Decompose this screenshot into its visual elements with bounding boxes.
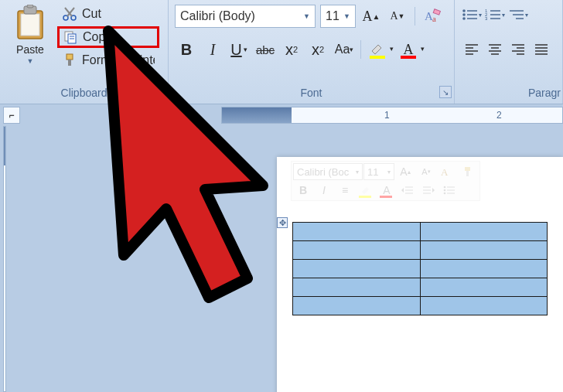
mini-font-combo[interactable]: Calibri (Boc▾ bbox=[293, 163, 363, 180]
brush-icon bbox=[62, 53, 77, 68]
vertical-ruler[interactable] bbox=[3, 126, 6, 392]
mini-toolbar: Calibri (Boc▾ 11▾ A▴ A▾ A B I ≡ A bbox=[291, 161, 480, 201]
align-center-button[interactable] bbox=[484, 39, 506, 59]
paste-button[interactable]: Paste ▼ bbox=[3, 2, 57, 80]
clear-format-button[interactable]: A a bbox=[421, 5, 443, 27]
document-area: Calibri (Boc▾ 11▾ A▴ A▾ A B I ≡ A bbox=[0, 126, 563, 392]
strikethrough-button[interactable]: abc bbox=[254, 39, 277, 60]
mini-format-painter[interactable] bbox=[458, 163, 478, 180]
font-color-button[interactable]: A ▾ bbox=[397, 39, 420, 60]
clipboard-group: Paste ▼ Cut bbox=[0, 0, 169, 104]
mini-italic[interactable]: I bbox=[314, 182, 334, 199]
subscript-button[interactable]: x2 bbox=[280, 39, 303, 60]
mini-bold[interactable]: B bbox=[293, 182, 313, 199]
svg-rect-13 bbox=[68, 60, 71, 66]
horizontal-ruler[interactable]: 1 2 bbox=[221, 107, 563, 124]
paragraph-group-label: Paragr bbox=[455, 84, 562, 102]
mini-size-combo[interactable]: 11▾ bbox=[363, 163, 394, 180]
numbering-button[interactable]: 1 2 3 ▾ bbox=[484, 5, 506, 25]
document-page[interactable]: Calibri (Boc▾ 11▾ A▴ A▾ A B I ≡ A bbox=[277, 157, 563, 392]
paste-label: Paste bbox=[16, 43, 44, 56]
font-group-label: Font bbox=[169, 84, 454, 102]
chevron-down-icon: ▼ bbox=[27, 57, 34, 65]
mini-highlight[interactable] bbox=[356, 182, 376, 199]
change-case-button[interactable]: Aa▾ bbox=[333, 39, 356, 60]
svg-text:A: A bbox=[441, 166, 449, 178]
justify-button[interactable] bbox=[531, 39, 552, 59]
font-group: Calibri (Body) ▼ 11 ▼ A▲ A▼ A a B I U▾ bbox=[169, 0, 455, 104]
format-painter-button[interactable]: Format Painter bbox=[57, 49, 159, 71]
highlight-icon bbox=[369, 42, 386, 57]
font-launcher[interactable]: ↘ bbox=[439, 86, 452, 98]
table-row bbox=[293, 223, 548, 241]
paste-icon bbox=[13, 5, 47, 42]
svg-point-59 bbox=[444, 189, 446, 192]
mini-font-color[interactable]: A bbox=[377, 182, 397, 199]
svg-point-19 bbox=[462, 13, 466, 16]
align-left-button[interactable] bbox=[461, 39, 483, 59]
table-cell[interactable] bbox=[420, 278, 548, 297]
clipboard-launcher[interactable]: ↘ bbox=[153, 86, 165, 98]
bullets-icon bbox=[462, 8, 479, 22]
svg-rect-3 bbox=[27, 5, 33, 8]
table-cell[interactable] bbox=[293, 223, 421, 241]
align-left-icon bbox=[464, 43, 479, 55]
align-right-icon bbox=[510, 43, 526, 55]
ruler-mark: 2 bbox=[496, 110, 502, 121]
table-cell[interactable] bbox=[420, 223, 548, 241]
table-move-handle[interactable]: ✥ bbox=[277, 217, 288, 228]
table-cell[interactable] bbox=[293, 297, 421, 315]
table-cell[interactable] bbox=[293, 260, 421, 278]
svg-rect-12 bbox=[67, 54, 73, 60]
underline-button[interactable]: U▾ bbox=[227, 39, 251, 60]
mini-shrink-font[interactable]: A▾ bbox=[416, 163, 436, 180]
italic-button[interactable]: I bbox=[201, 39, 224, 60]
bold-button[interactable]: B bbox=[175, 39, 198, 60]
svg-text:a: a bbox=[432, 14, 436, 23]
align-center-icon bbox=[487, 43, 503, 55]
highlight-button[interactable]: ▾ bbox=[366, 39, 389, 60]
cut-label: Cut bbox=[82, 7, 101, 21]
copy-button[interactable]: Copy bbox=[57, 26, 159, 48]
table-cell[interactable] bbox=[293, 241, 421, 260]
document-table[interactable] bbox=[292, 222, 548, 315]
svg-point-17 bbox=[462, 9, 466, 12]
mini-grow-font[interactable]: A▴ bbox=[395, 163, 415, 180]
copy-icon bbox=[63, 29, 78, 45]
scissors-icon bbox=[62, 6, 77, 22]
table-cell[interactable] bbox=[420, 297, 548, 315]
table-row bbox=[293, 278, 548, 297]
font-name-combo[interactable]: Calibri (Body) ▼ bbox=[175, 5, 316, 28]
table-row bbox=[293, 297, 548, 315]
mini-indent-dec[interactable] bbox=[398, 182, 418, 199]
chevron-down-icon: ▼ bbox=[303, 12, 310, 20]
svg-text:3: 3 bbox=[485, 16, 488, 21]
mini-styles[interactable]: A bbox=[437, 163, 457, 180]
svg-rect-1 bbox=[21, 14, 39, 36]
shrink-font-button[interactable]: A▼ bbox=[387, 5, 408, 27]
svg-point-21 bbox=[462, 17, 466, 20]
justify-icon bbox=[534, 43, 549, 55]
copy-label: Copy bbox=[83, 30, 111, 44]
multilevel-list-button[interactable]: ▾ bbox=[507, 5, 529, 25]
mini-center[interactable]: ≡ bbox=[335, 182, 355, 199]
mini-bullets[interactable] bbox=[439, 182, 459, 199]
table-cell[interactable] bbox=[420, 260, 548, 278]
numbering-icon: 1 2 3 bbox=[485, 8, 502, 22]
tab-selector[interactable]: ⌐ bbox=[3, 107, 20, 124]
svg-rect-49 bbox=[465, 167, 470, 171]
svg-rect-50 bbox=[466, 171, 469, 176]
table-cell[interactable] bbox=[293, 278, 421, 297]
table-cell[interactable] bbox=[420, 241, 548, 260]
bullets-button[interactable]: ▾ bbox=[461, 5, 483, 25]
svg-point-57 bbox=[444, 186, 446, 189]
mini-indent-inc[interactable] bbox=[418, 182, 438, 199]
svg-point-61 bbox=[444, 193, 446, 195]
align-right-button[interactable] bbox=[507, 39, 529, 59]
font-size-combo[interactable]: 11 ▼ bbox=[320, 5, 356, 28]
cut-button[interactable]: Cut bbox=[57, 3, 159, 25]
superscript-button[interactable]: x2 bbox=[306, 39, 329, 60]
grow-font-button[interactable]: A▲ bbox=[360, 5, 382, 27]
chevron-down-icon: ▼ bbox=[343, 12, 350, 20]
clipboard-group-label: Clipboard bbox=[0, 84, 168, 102]
